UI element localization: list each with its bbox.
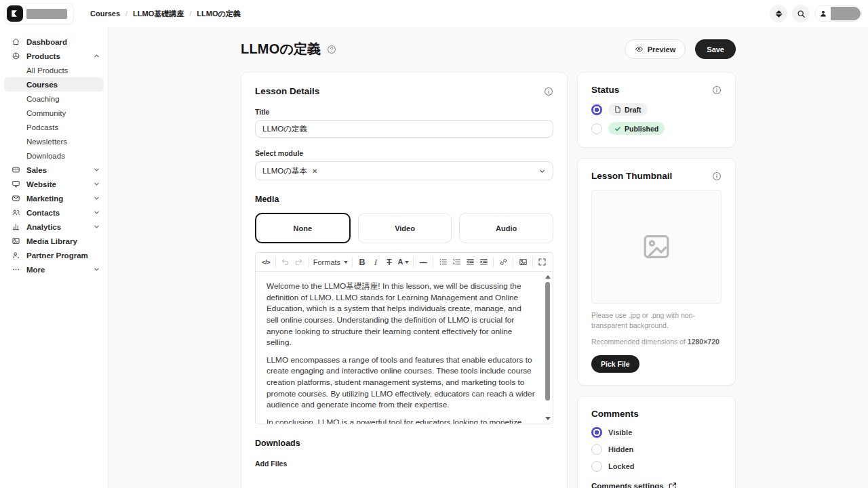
quick-actions-button[interactable] <box>770 5 787 22</box>
external-link-icon <box>669 482 677 488</box>
sidebar-item-podcasts[interactable]: Podcasts <box>4 120 104 134</box>
editor-body[interactable]: Welcome to the LLMO基礎講座! In this lesson,… <box>256 272 553 424</box>
comments-settings-link[interactable]: Comments settings <box>591 482 722 488</box>
strikethrough-icon[interactable]: T <box>382 255 396 270</box>
topbar-actions <box>770 5 862 22</box>
editor-content[interactable]: Welcome to the LLMO基礎講座! In this lesson,… <box>256 272 553 424</box>
redo-icon[interactable] <box>292 255 306 270</box>
sidebar-item-coaching[interactable]: Coaching <box>4 92 104 106</box>
sidebar-item-contacts[interactable]: Contacts <box>4 205 104 220</box>
text-color-icon: A <box>398 258 403 266</box>
breadcrumb: Courses / LLMO基礎講座 / LLMOの定義 <box>90 9 241 19</box>
radio-selected[interactable] <box>591 104 602 115</box>
media-option-video[interactable]: Video <box>358 213 452 243</box>
link-icon[interactable] <box>496 255 510 270</box>
sidebar-item-all-products[interactable]: All Products <box>4 63 104 77</box>
scroll-up-icon[interactable] <box>545 275 551 279</box>
chevron-down-icon <box>538 167 546 175</box>
fullscreen-icon[interactable] <box>536 255 549 270</box>
bold-icon[interactable]: B <box>355 255 369 270</box>
comments-option-locked[interactable]: Locked <box>591 461 722 472</box>
sidebar-item-newsletters[interactable]: Newsletters <box>4 134 104 148</box>
lesson-thumbnail-card: Lesson Thumbnail Please use .jpg or .png… <box>577 158 736 386</box>
user-menu[interactable] <box>814 5 862 22</box>
text-color-dropdown[interactable]: A <box>396 255 410 270</box>
info-icon[interactable] <box>712 171 722 181</box>
media-option-none[interactable]: None <box>255 213 351 243</box>
sales-icon <box>11 165 20 174</box>
sidebar-item-dashboard[interactable]: Dashboard <box>4 35 104 49</box>
status-option-draft[interactable]: Draft <box>591 103 722 116</box>
horizontal-rule-icon[interactable]: — <box>416 255 430 270</box>
chevron-down-icon <box>94 209 100 216</box>
media-option-audio[interactable]: Audio <box>459 213 553 243</box>
toolbar-divider <box>433 257 433 267</box>
website-icon <box>11 180 20 188</box>
preview-button[interactable]: Preview <box>625 39 686 59</box>
chevron-down-icon <box>94 195 100 201</box>
eye-icon <box>635 45 644 54</box>
sidebar-item-community[interactable]: Community <box>4 106 104 120</box>
username-redacted <box>831 7 861 20</box>
sidebar-item-more[interactable]: More <box>4 262 104 277</box>
breadcrumb-lesson-name: LLMOの定義 <box>197 9 240 19</box>
sidebar-item-courses[interactable]: Courses <box>4 77 104 92</box>
sidebar-item-products[interactable]: Products <box>4 49 104 63</box>
remove-module-icon[interactable]: ✕ <box>312 167 317 175</box>
info-icon[interactable] <box>544 87 553 96</box>
page-title: LLMOの定義 <box>241 40 321 58</box>
radio-selected[interactable] <box>591 427 602 438</box>
breadcrumb-course-name[interactable]: LLMO基礎講座 <box>133 9 184 19</box>
sidebar-item-media-library[interactable]: Media Library <box>4 234 104 248</box>
numbered-list-icon[interactable] <box>450 255 463 270</box>
toolbar-divider <box>352 257 353 267</box>
sidebar-item-marketing[interactable]: Marketing <box>4 191 104 205</box>
sidebar-item-downloads[interactable]: Downloads <box>4 148 104 163</box>
title-input[interactable] <box>255 120 553 138</box>
editor-paragraph: LLMO encompasses a range of tools and fe… <box>267 354 535 411</box>
radio-unselected[interactable] <box>591 123 602 134</box>
undo-icon[interactable] <box>279 255 292 270</box>
info-icon[interactable] <box>712 85 722 95</box>
published-badge: Published <box>608 122 665 135</box>
increase-indent-icon[interactable] <box>477 255 490 270</box>
lesson-details-card: Lesson Details Title Select module LLMOの… <box>241 72 568 488</box>
scroll-down-icon[interactable] <box>545 417 551 420</box>
formats-dropdown[interactable]: Formats <box>312 255 349 270</box>
draft-badge: Draft <box>608 103 648 116</box>
search-button[interactable] <box>792 5 810 22</box>
thumbnail-dropzone[interactable] <box>591 190 722 304</box>
editor-paragraph: In conclusion, LLMO is a powerful tool f… <box>267 417 535 424</box>
sidebar-item-analytics[interactable]: Analytics <box>4 220 104 234</box>
help-icon[interactable] <box>327 45 336 54</box>
bullet-list-icon[interactable] <box>436 255 450 270</box>
italic-icon[interactable]: I <box>369 255 382 270</box>
workspace-switcher[interactable] <box>4 3 74 24</box>
image-placeholder-icon <box>641 231 672 262</box>
sidebar-item-website[interactable]: Website <box>4 177 104 191</box>
sidebar-item-partner-program[interactable]: Partner Program <box>4 248 104 262</box>
breadcrumb-courses[interactable]: Courses <box>90 9 120 18</box>
module-select[interactable]: LLMOの基本 ✕ <box>255 161 553 180</box>
app-logo-icon <box>7 5 23 22</box>
comments-option-hidden[interactable]: Hidden <box>591 444 722 455</box>
radio-unselected[interactable] <box>591 444 602 455</box>
products-icon <box>11 52 20 60</box>
thumbnail-hint: Please use .jpg or .png with non-transpa… <box>591 310 722 330</box>
scrollbar-thumb[interactable] <box>545 282 550 401</box>
radio-unselected[interactable] <box>591 461 602 472</box>
save-button[interactable]: Save <box>695 39 736 59</box>
thumbnail-dimensions-hint: Recommended dimensions of 868×488 <box>591 337 722 347</box>
comments-option-visible[interactable]: Visible <box>591 427 722 438</box>
status-option-published[interactable]: Published <box>591 122 722 135</box>
source-code-icon[interactable]: </> <box>259 255 273 270</box>
decrease-indent-icon[interactable] <box>463 255 477 270</box>
sidebar-item-sales[interactable]: Sales <box>4 163 104 177</box>
add-files-button[interactable]: Add Files <box>255 460 553 468</box>
insert-image-icon[interactable] <box>516 255 530 270</box>
sidebar: Dashboard Products All Products Courses … <box>0 27 108 488</box>
workspace-name-redacted <box>26 9 67 19</box>
chevron-up-icon <box>94 53 100 59</box>
pick-file-button[interactable]: Pick File <box>591 355 639 373</box>
editor-scrollbar[interactable] <box>543 272 552 424</box>
